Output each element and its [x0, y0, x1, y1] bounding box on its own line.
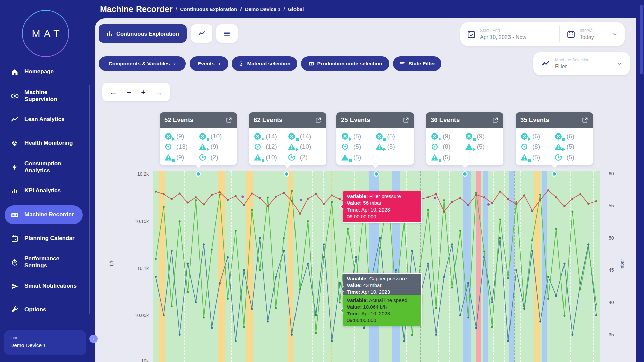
event-card: 52 Events (9) (13) (9) (10) (9) (2) [160, 112, 237, 165]
event-card-header: 52 Events [160, 112, 237, 128]
event-card-header: 36 Events [426, 112, 503, 128]
wrench-icon [10, 306, 19, 314]
cancel-square-event-icon [375, 132, 383, 140]
interval-select[interactable]: Interval Today [560, 28, 625, 40]
home-icon [10, 68, 19, 76]
state-filter[interactable]: State Filter [393, 56, 441, 71]
components-variables-filter[interactable]: Components & Variables › [99, 56, 186, 71]
warning-triangle-event-icon [465, 143, 473, 151]
collapse-chevron-icon: ‹ [93, 336, 94, 342]
sidebar-item-machine-recorder[interactable]: Machine Recorder [0, 203, 95, 227]
cancel-square-event-icon [199, 132, 207, 140]
zoom-out-button[interactable]: − [127, 88, 131, 96]
event-card: 35 Events (6) (8) (5) (6) (5) (5) [516, 112, 593, 165]
sidebar-item-label: Performance Settings [24, 255, 78, 269]
sidebar-item-label: Consumption Analytics [24, 160, 78, 174]
cancel-triangle-event-icon [164, 132, 172, 140]
sidebar-item-planning-calendar[interactable]: Planning Calendar [0, 227, 95, 250]
sidebar-nav: Homepage Machine Supervision Lean Analyt… [0, 60, 95, 322]
restore-event-icon [520, 143, 528, 151]
restore-event-icon [164, 143, 172, 151]
sidebar-item-consumption-analytics[interactable]: Consumption Analytics [0, 155, 95, 179]
event-breakdown: (9) (8) (5) (9) (5) [426, 128, 503, 165]
device-card[interactable]: Line Demo Device 1 [4, 330, 86, 355]
y-right-tick: 50 [609, 235, 614, 241]
eye-icon [10, 92, 19, 100]
sidebar-item-performance-settings[interactable]: Performance Settings [0, 250, 95, 274]
calendar-interval-icon [567, 30, 575, 39]
breadcrumb-segment[interactable]: Demo Device 1 [245, 6, 281, 12]
continuous-exploration-tab[interactable]: Continuous Exploration [99, 24, 187, 43]
machine-selection-value: Filler [555, 64, 617, 70]
open-events-icon[interactable] [315, 117, 322, 124]
restore-event-icon [254, 143, 262, 151]
warning-triangle-event-icon [288, 143, 296, 151]
date-range-label: Start - End [480, 28, 526, 33]
material-icon [238, 61, 244, 67]
line-chart-icon [198, 29, 206, 38]
event-card-header: 25 Events [336, 112, 414, 128]
sidebar-item-homepage[interactable]: Homepage [0, 60, 95, 84]
open-events-icon[interactable] [492, 117, 499, 124]
open-events-icon[interactable] [225, 117, 232, 124]
calendar-check-icon [467, 30, 476, 39]
cancel-square-event-icon [288, 132, 296, 140]
sidebar-scrollbar[interactable] [89, 85, 90, 314]
tooltip-filler-pressure: Variable: Filler pressure Value: 56 mbar… [343, 191, 422, 223]
breadcrumb-segment[interactable]: Global [288, 6, 304, 12]
events-filter[interactable]: Events › [190, 56, 228, 71]
chevron-right-icon: › [174, 60, 176, 67]
sidebar-item-machine-supervision[interactable]: Machine Supervision [0, 84, 95, 108]
sidebar-item-options[interactable]: Options [0, 298, 95, 322]
calendar-icon [10, 235, 19, 243]
filter-label: State Filter [408, 61, 435, 67]
sidebar-item-label: Machine Supervision [24, 89, 78, 103]
bolt-icon [10, 163, 19, 171]
sidebar-item-health-monitoring[interactable]: Health Monitoring [0, 131, 95, 155]
page-scrollbar[interactable] [640, 5, 643, 74]
cancel-square-event-icon [554, 132, 562, 140]
pan-back-button[interactable]: ← [109, 88, 117, 96]
material-selection-filter[interactable]: Material selection [232, 56, 297, 71]
production-code-selection-filter[interactable]: Production code selection [301, 56, 389, 71]
line-view-button[interactable] [191, 24, 212, 43]
open-events-icon[interactable] [581, 117, 588, 124]
heart-pulse-icon [10, 139, 19, 147]
event-card-header: 62 Events [249, 112, 326, 128]
filter-label: Components & Variables [109, 61, 170, 67]
sidebar-item-lean-analytics[interactable]: Lean Analytics [0, 108, 95, 131]
bar-chart-icon [106, 30, 113, 37]
device-type-label: Line [10, 335, 80, 340]
zoom-in-button[interactable]: + [141, 88, 146, 96]
machine-selection-dropdown[interactable]: Machine Selection Filler [533, 52, 630, 75]
sidebar-item-kpi-analytics[interactable]: KPI Analytics [0, 179, 95, 203]
sidebar-collapse-button[interactable]: ‹ [89, 335, 98, 343]
filter-label: Production code selection [317, 61, 382, 67]
event-card: 25 Events (5) (5) (5) (5) (5) [336, 112, 414, 165]
top-bar: Machine Recorder / Continuous Exploratio… [95, 0, 644, 18]
y-left-tick: 10.15k [135, 219, 149, 224]
list-view-button[interactable] [216, 24, 238, 43]
bar-chart-icon [10, 187, 19, 195]
gauge-icon [10, 258, 19, 266]
date-range-picker[interactable]: Start - End Apr 10, 2023 - Now [460, 28, 553, 40]
send-icon [10, 282, 19, 290]
y-right-axis-title: mbar [619, 259, 625, 270]
sidebar-item-smart-notifications[interactable]: Smart Notifications [0, 274, 95, 298]
machine-trend-icon [541, 59, 550, 68]
event-count-title: 62 Events [254, 116, 282, 124]
event-count-title: 36 Events [431, 116, 460, 124]
breadcrumb-separator: / [176, 6, 177, 12]
barcode-icon [308, 61, 314, 67]
chevron-down-icon [617, 61, 622, 66]
y-left-tick: 10.05k [135, 313, 149, 318]
warning-triangle-event-icon [375, 143, 383, 151]
y-right-tick: 40 [609, 300, 614, 305]
warning-square-event-icon [164, 153, 172, 161]
sidebar: MAT Homepage Machine Supervision Lean An… [0, 0, 95, 362]
pan-forward-button[interactable]: → [155, 88, 163, 96]
open-events-icon[interactable] [402, 117, 409, 124]
brand-logo[interactable]: MAT [22, 10, 69, 57]
sidebar-item-label: Homepage [24, 68, 78, 75]
breadcrumb-segment[interactable]: Continuous Exploration [180, 6, 237, 12]
